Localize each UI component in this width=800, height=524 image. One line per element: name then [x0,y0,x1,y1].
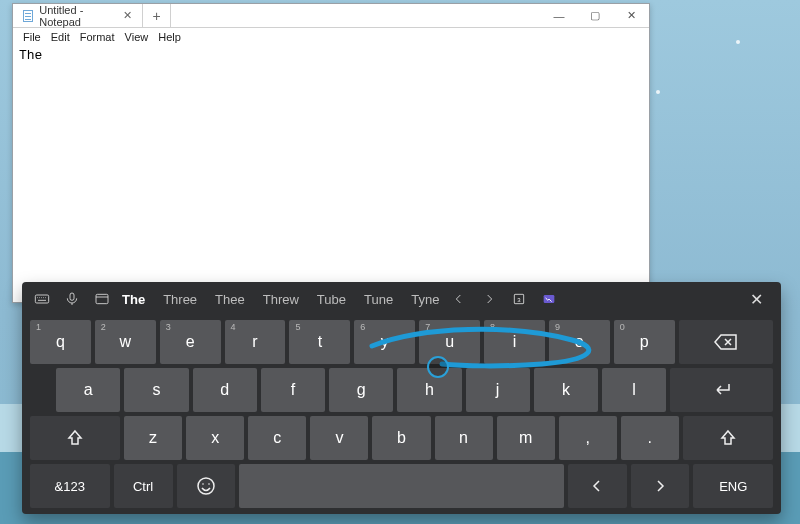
key-g[interactable]: g [329,368,393,412]
notepad-tab[interactable]: Untitled - Notepad ✕ [13,4,143,27]
svg-rect-2 [96,294,108,303]
menubar: File Edit Format View Help [13,28,649,46]
new-tab-button[interactable]: + [143,4,171,27]
key-f[interactable]: f [261,368,325,412]
tab-title: Untitled - Notepad [39,4,113,28]
handwriting-icon[interactable] [92,289,112,309]
suggestion[interactable]: Threw [263,292,299,307]
svg-point-7 [202,483,204,485]
key-enter[interactable] [670,368,773,412]
key-row-4: &123 Ctrl ENG [30,464,773,508]
notepad-icon [23,10,33,22]
menu-view[interactable]: View [121,30,153,44]
key-d[interactable]: d [193,368,257,412]
key-l[interactable]: l [602,368,666,412]
svg-rect-0 [35,295,48,303]
key-row-1: 1q 2w 3e 4r 5t 6y 7u 8i 9o 0p [30,320,773,364]
key-t[interactable]: 5t [289,320,350,364]
key-s[interactable]: s [124,368,188,412]
suggestion-bar: The Three Thee Threw Tube Tune Tyne [122,292,439,307]
cursor-left-icon[interactable] [449,289,469,309]
key-y[interactable]: 6y [354,320,415,364]
menu-edit[interactable]: Edit [47,30,74,44]
key-arrow-left[interactable] [568,464,627,508]
notepad-window: Untitled - Notepad ✕ + — ▢ ✕ File Edit F… [12,3,650,303]
close-tab-icon[interactable]: ✕ [123,9,132,22]
key-period[interactable]: . [621,416,679,460]
suggestion[interactable]: Tune [364,292,393,307]
keyboard-toolbar: The Three Thee Threw Tube Tune Tyne 3 ✕ [22,282,781,316]
clipboard-icon[interactable]: 3 [509,289,529,309]
menu-file[interactable]: File [19,30,45,44]
titlebar: Untitled - Notepad ✕ + — ▢ ✕ [13,4,649,28]
on-screen-keyboard: The Three Thee Threw Tube Tune Tyne 3 ✕ … [22,282,781,514]
key-j[interactable]: j [466,368,530,412]
key-ctrl[interactable]: Ctrl [114,464,173,508]
menu-format[interactable]: Format [76,30,119,44]
key-space[interactable] [239,464,563,508]
microphone-icon[interactable] [62,289,82,309]
suggestion[interactable]: Tyne [411,292,439,307]
key-q[interactable]: 1q [30,320,91,364]
key-w[interactable]: 2w [95,320,156,364]
minimize-button[interactable]: — [541,4,577,27]
suggestion[interactable]: Tube [317,292,346,307]
key-arrow-right[interactable] [631,464,690,508]
key-i[interactable]: 8i [484,320,545,364]
key-b[interactable]: b [372,416,430,460]
key-v[interactable]: v [310,416,368,460]
key-n[interactable]: n [435,416,493,460]
text-editor[interactable]: The [13,46,649,65]
suggestion[interactable]: Thee [215,292,245,307]
key-m[interactable]: m [497,416,555,460]
key-row-3: z x c v b n m , . [30,416,773,460]
key-h[interactable]: h [397,368,461,412]
svg-point-6 [198,478,214,494]
svg-text:3: 3 [518,297,522,303]
key-o[interactable]: 9o [549,320,610,364]
key-emoji[interactable] [177,464,236,508]
key-x[interactable]: x [186,416,244,460]
maximize-button[interactable]: ▢ [577,4,613,27]
key-comma[interactable]: , [559,416,617,460]
close-keyboard-button[interactable]: ✕ [742,286,771,313]
key-u[interactable]: 7u [419,320,480,364]
key-backspace[interactable] [679,320,773,364]
suggestion-selected[interactable]: The [122,292,145,307]
keyboard-settings-icon[interactable] [32,289,52,309]
emoji-panel-icon[interactable] [539,289,559,309]
svg-point-8 [208,483,210,485]
menu-help[interactable]: Help [154,30,185,44]
key-z[interactable]: z [124,416,182,460]
close-window-button[interactable]: ✕ [613,4,649,27]
key-r[interactable]: 4r [225,320,286,364]
svg-rect-1 [70,293,74,300]
key-e[interactable]: 3e [160,320,221,364]
key-p[interactable]: 0p [614,320,675,364]
key-language[interactable]: ENG [693,464,773,508]
key-c[interactable]: c [248,416,306,460]
key-row-2: a s d f g h j k l [30,368,773,412]
key-a[interactable]: a [56,368,120,412]
suggestion[interactable]: Three [163,292,197,307]
cursor-right-icon[interactable] [479,289,499,309]
key-shift[interactable] [30,416,120,460]
key-shift-right[interactable] [683,416,773,460]
key-k[interactable]: k [534,368,598,412]
key-numsym[interactable]: &123 [30,464,110,508]
